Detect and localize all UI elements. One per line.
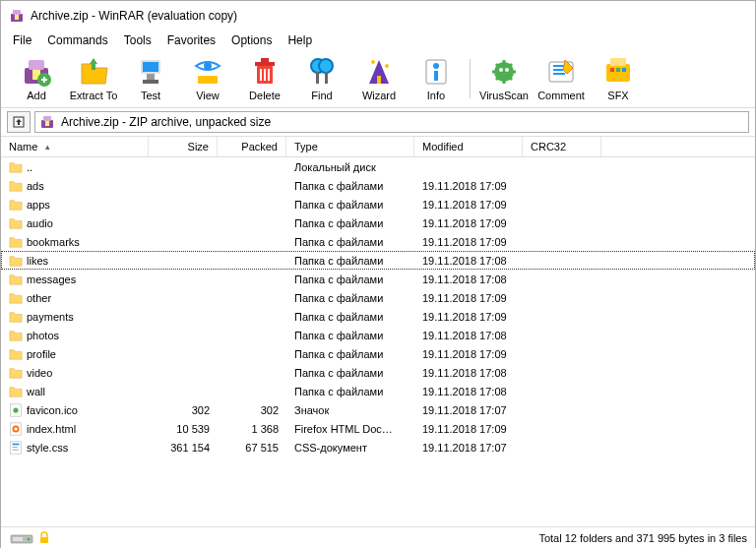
- file-modified: 19.11.2018 17:09: [414, 348, 523, 360]
- file-packed: 302: [218, 404, 286, 416]
- file-row[interactable]: favicon.ico302302Значок19.11.2018 17:07: [1, 400, 755, 419]
- app-icon: [9, 8, 25, 24]
- file-size: 10 539: [149, 423, 218, 435]
- file-row[interactable]: appsПапка с файлами19.11.2018 17:09: [1, 195, 755, 213]
- menu-tools[interactable]: Tools: [116, 31, 159, 49]
- tool-test[interactable]: Test: [123, 54, 178, 103]
- folder-icon: [9, 385, 23, 398]
- menu-favorites[interactable]: Favorites: [159, 31, 223, 49]
- column-name[interactable]: Name▴: [1, 137, 149, 156]
- file-name: other: [27, 292, 51, 304]
- css-icon: [9, 441, 23, 455]
- file-row[interactable]: photosПапка с файлами19.11.2018 17:08: [1, 326, 755, 344]
- file-type: Папка с файлами: [286, 348, 414, 360]
- menubar: FileCommandsToolsFavoritesOptionsHelp: [1, 30, 755, 50]
- file-row[interactable]: paymentsПапка с файлами19.11.2018 17:09: [1, 307, 755, 326]
- tool-wizard[interactable]: Wizard: [351, 54, 407, 103]
- file-row[interactable]: messagesПапка с файлами19.11.2018 17:08: [1, 270, 755, 288]
- tool-virus[interactable]: VirusScan: [476, 54, 532, 103]
- file-type: Папка с файлами: [286, 292, 414, 304]
- file-type: Локальный диск: [286, 161, 414, 173]
- file-type: Папка с файлами: [286, 274, 414, 285]
- folder-icon: [9, 254, 23, 268]
- titlebar: Archive.zip - WinRAR (evaluation copy): [1, 1, 755, 30]
- pathbar: Archive.zip - ZIP archive, unpacked size: [1, 108, 755, 137]
- delete-icon: [249, 56, 281, 88]
- file-modified: 19.11.2018 17:09: [414, 180, 523, 192]
- file-row[interactable]: otherПапка с файлами19.11.2018 17:09: [1, 288, 755, 307]
- tool-view[interactable]: View: [180, 54, 235, 103]
- file-row[interactable]: wallПапка с файлами19.11.2018 17:08: [1, 382, 755, 400]
- column-headers: Name▴ Size Packed Type Modified CRC32: [1, 137, 755, 157]
- file-row[interactable]: likesПапка с файлами19.11.2018 17:08: [1, 251, 755, 270]
- file-type: Firefox HTML Doc…: [286, 423, 414, 435]
- path-field[interactable]: Archive.zip - ZIP archive, unpacked size: [34, 111, 749, 133]
- file-row[interactable]: videoПапка с файлами19.11.2018 17:08: [1, 363, 755, 382]
- file-modified: 19.11.2018 17:09: [414, 236, 523, 248]
- file-type: Папка с файлами: [286, 311, 414, 323]
- file-modified: 19.11.2018 17:07: [414, 404, 523, 416]
- column-packed[interactable]: Packed: [218, 137, 286, 156]
- menu-file[interactable]: File: [5, 31, 39, 49]
- up-icon: [11, 114, 27, 130]
- column-size[interactable]: Size: [149, 137, 218, 156]
- file-name: index.html: [27, 423, 76, 435]
- file-name: profile: [27, 348, 56, 360]
- file-type: Папка с файлами: [286, 199, 414, 211]
- file-row[interactable]: style.css361 15467 515CSS-документ19.11.…: [1, 438, 755, 457]
- folder-icon: [9, 235, 23, 249]
- file-name: audio: [27, 217, 53, 229]
- file-modified: 19.11.2018 17:09: [414, 292, 523, 304]
- folder-icon: [9, 329, 23, 342]
- file-modified: 19.11.2018 17:09: [414, 311, 523, 323]
- column-modified[interactable]: Modified: [414, 137, 523, 156]
- tool-sfx[interactable]: SFX: [591, 54, 646, 103]
- file-name: payments: [27, 311, 74, 323]
- tool-label: VirusScan: [479, 90, 529, 101]
- html-icon: [9, 422, 23, 436]
- info-icon: [420, 56, 452, 88]
- file-type: Папка с файлами: [286, 236, 414, 248]
- file-name: messages: [27, 274, 76, 285]
- view-icon: [192, 56, 223, 88]
- tool-comment[interactable]: Comment: [534, 54, 589, 103]
- menu-options[interactable]: Options: [223, 31, 280, 49]
- tool-label: Delete: [249, 90, 281, 101]
- folder-icon: [9, 310, 23, 324]
- tool-extract[interactable]: Extract To: [66, 54, 121, 103]
- tool-find[interactable]: Find: [294, 54, 349, 103]
- file-row[interactable]: audioПапка с файлами19.11.2018 17:09: [1, 213, 755, 232]
- tool-add[interactable]: Add: [9, 54, 64, 103]
- tool-delete[interactable]: Delete: [237, 54, 292, 103]
- file-row[interactable]: index.html10 5391 368Firefox HTML Doc…19…: [1, 419, 755, 438]
- extract-icon: [78, 56, 109, 88]
- folder-icon: [9, 291, 23, 305]
- file-type: Папка с файлами: [286, 386, 414, 397]
- file-name: ..: [27, 161, 32, 173]
- file-type: CSS-документ: [286, 442, 414, 454]
- file-type: Значок: [286, 404, 414, 416]
- file-row[interactable]: adsПапка с файлами19.11.2018 17:09: [1, 176, 755, 195]
- file-modified: 19.11.2018 17:09: [414, 217, 523, 229]
- file-modified: 19.11.2018 17:07: [414, 442, 523, 454]
- tool-label: Test: [141, 90, 160, 101]
- virus-icon: [488, 56, 520, 88]
- menu-commands[interactable]: Commands: [39, 31, 115, 49]
- tool-info[interactable]: Info: [409, 54, 464, 103]
- sfx-icon: [602, 56, 634, 88]
- file-row[interactable]: profileПапка с файлами19.11.2018 17:09: [1, 344, 755, 363]
- up-button[interactable]: [7, 111, 31, 133]
- column-type[interactable]: Type: [286, 137, 414, 156]
- file-row[interactable]: ..Локальный диск: [1, 157, 755, 176]
- menu-help[interactable]: Help: [280, 31, 320, 49]
- status-text: Total 12 folders and 371 995 bytes in 3 …: [538, 532, 747, 544]
- column-crc32[interactable]: CRC32: [523, 137, 601, 156]
- file-name: likes: [27, 255, 48, 267]
- file-packed: 67 515: [218, 442, 286, 454]
- find-icon: [306, 56, 338, 88]
- file-list[interactable]: ..Локальный дискadsПапка с файлами19.11.…: [1, 157, 755, 510]
- ico-icon: [9, 403, 23, 417]
- file-row[interactable]: bookmarksПапка с файлами19.11.2018 17:09: [1, 232, 755, 251]
- file-size: 302: [149, 404, 218, 416]
- comment-icon: [545, 56, 577, 88]
